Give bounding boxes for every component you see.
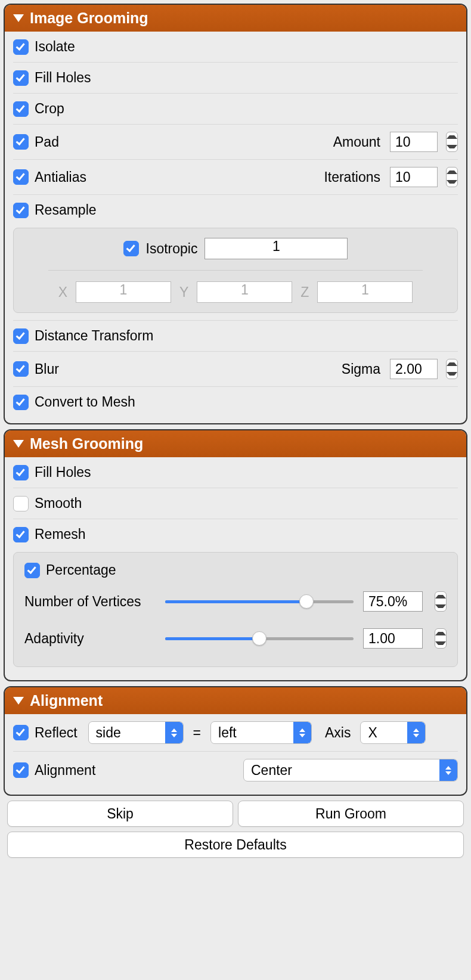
fillholes-checkbox[interactable] bbox=[13, 70, 29, 86]
pad-amount-input[interactable]: 10 bbox=[390, 132, 438, 152]
resample-subpanel: Isotropic 1 X 1 Y 1 Z 1 bbox=[13, 228, 458, 313]
chevron-up-icon bbox=[435, 632, 446, 635]
antialias-iter-input[interactable]: 10 bbox=[390, 167, 438, 187]
isolate-row: Isolate bbox=[13, 32, 458, 63]
reflect-axis-label: Axis bbox=[325, 725, 351, 741]
distance-transform-label: Distance Transform bbox=[35, 328, 153, 344]
z-input[interactable]: 1 bbox=[317, 281, 413, 303]
check-icon bbox=[16, 72, 25, 82]
reflect-checkbox[interactable] bbox=[13, 725, 29, 740]
chevron-up-icon bbox=[447, 135, 457, 139]
antialias-checkbox[interactable] bbox=[13, 169, 29, 185]
alignment-panel: Alignment Reflect side = left Axis X Ali… bbox=[4, 686, 467, 796]
run-groom-button[interactable]: Run Groom bbox=[238, 801, 464, 827]
select-caret-icon bbox=[407, 722, 425, 743]
resample-checkbox[interactable] bbox=[13, 203, 29, 218]
select-caret-icon bbox=[439, 759, 457, 781]
y-label: Y bbox=[179, 284, 188, 300]
smooth-label: Smooth bbox=[35, 495, 82, 511]
remesh-checkbox[interactable] bbox=[13, 527, 29, 542]
reflect-side-select[interactable]: side bbox=[88, 721, 184, 744]
pad-label: Pad bbox=[35, 134, 59, 150]
isolate-checkbox[interactable] bbox=[13, 39, 29, 55]
alignment-title: Alignment bbox=[30, 692, 103, 709]
isotropic-input[interactable]: 1 bbox=[204, 238, 348, 259]
fillholes-label: Fill Holes bbox=[35, 70, 91, 86]
check-icon bbox=[16, 727, 25, 736]
image-grooming-body: Isolate Fill Holes Crop Pad Amount 10 An… bbox=[5, 32, 466, 423]
check-icon bbox=[16, 396, 25, 406]
image-grooming-title: Image Grooming bbox=[30, 10, 148, 27]
chevron-down-icon bbox=[447, 145, 457, 148]
image-grooming-header[interactable]: Image Grooming bbox=[5, 5, 466, 32]
chevron-down-icon bbox=[447, 372, 457, 376]
pad-checkbox[interactable] bbox=[13, 134, 29, 150]
remesh-row: Remesh Percentage Number of Vertices 75.… bbox=[13, 519, 458, 674]
crop-label: Crop bbox=[35, 101, 64, 117]
x-input[interactable]: 1 bbox=[76, 281, 171, 303]
vertices-stepper[interactable] bbox=[435, 591, 447, 612]
mesh-grooming-panel: Mesh Grooming Fill Holes Smooth Remesh P… bbox=[4, 429, 467, 681]
crop-row: Crop bbox=[13, 94, 458, 125]
divider bbox=[48, 270, 423, 271]
select-caret-icon bbox=[293, 722, 311, 743]
check-icon bbox=[16, 171, 25, 181]
reflect-eq: = bbox=[193, 725, 201, 741]
antialias-label: Antialias bbox=[35, 169, 86, 185]
align-select[interactable]: Center bbox=[243, 759, 458, 781]
smooth-checkbox[interactable] bbox=[13, 496, 29, 511]
pad-amount-label: Amount bbox=[333, 134, 380, 150]
check-icon bbox=[27, 565, 36, 574]
blur-sigma-input[interactable]: 2.00 bbox=[390, 359, 438, 379]
blur-sigma-label: Sigma bbox=[342, 361, 380, 377]
chevron-down-icon bbox=[435, 604, 446, 608]
resample-row: Resample Isotropic 1 X 1 Y 1 Z 1 bbox=[13, 195, 458, 321]
action-buttons: Skip Run Groom bbox=[7, 801, 464, 827]
align-label: Alignment bbox=[35, 762, 95, 779]
xyz-row: X 1 Y 1 Z 1 bbox=[24, 281, 447, 303]
convert-mesh-label: Convert to Mesh bbox=[35, 394, 135, 410]
mesh-grooming-title: Mesh Grooming bbox=[30, 435, 143, 452]
convert-mesh-checkbox[interactable] bbox=[13, 395, 29, 410]
restore-defaults-button[interactable]: Restore Defaults bbox=[7, 832, 464, 858]
isotropic-checkbox[interactable] bbox=[123, 241, 139, 256]
check-icon bbox=[16, 764, 25, 774]
reflect-left-select[interactable]: left bbox=[210, 721, 312, 744]
skip-button[interactable]: Skip bbox=[7, 801, 233, 827]
check-icon bbox=[16, 467, 25, 476]
reflect-row: Reflect side = left Axis X bbox=[13, 714, 458, 752]
adaptivity-slider[interactable] bbox=[165, 629, 354, 647]
vertices-value[interactable]: 75.0% bbox=[363, 591, 423, 612]
remesh-label: Remesh bbox=[35, 526, 86, 542]
mesh-fillholes-checkbox[interactable] bbox=[13, 465, 29, 480]
chevron-down-icon bbox=[447, 180, 457, 184]
distance-transform-checkbox[interactable] bbox=[13, 328, 29, 344]
pad-amount-stepper[interactable] bbox=[446, 132, 458, 152]
z-label: Z bbox=[300, 284, 309, 300]
antialias-iter-label: Iterations bbox=[324, 169, 380, 185]
convert-mesh-row: Convert to Mesh bbox=[13, 387, 458, 417]
adaptivity-value[interactable]: 1.00 bbox=[363, 628, 423, 649]
isolate-label: Isolate bbox=[35, 39, 75, 55]
mesh-grooming-header[interactable]: Mesh Grooming bbox=[5, 430, 466, 457]
blur-sigma-stepper[interactable] bbox=[446, 359, 458, 379]
antialias-row: Antialias Iterations 10 bbox=[13, 160, 458, 195]
antialias-iter-stepper[interactable] bbox=[446, 167, 458, 187]
chevron-up-icon bbox=[435, 595, 446, 598]
check-icon bbox=[16, 136, 25, 145]
percentage-checkbox[interactable] bbox=[24, 563, 40, 578]
align-value: Center bbox=[251, 762, 439, 779]
reflect-left-value: left bbox=[218, 725, 293, 741]
adaptivity-stepper[interactable] bbox=[435, 628, 447, 649]
crop-checkbox[interactable] bbox=[13, 101, 29, 117]
check-icon bbox=[126, 243, 135, 252]
y-input[interactable]: 1 bbox=[197, 281, 292, 303]
reflect-axis-select[interactable]: X bbox=[360, 721, 426, 744]
check-icon bbox=[16, 204, 25, 214]
vertices-slider[interactable] bbox=[165, 593, 354, 610]
align-checkbox[interactable] bbox=[13, 762, 29, 778]
vertices-label: Number of Vertices bbox=[24, 594, 156, 610]
alignment-header[interactable]: Alignment bbox=[5, 687, 466, 714]
blur-checkbox[interactable] bbox=[13, 361, 29, 377]
percentage-label: Percentage bbox=[46, 562, 116, 578]
